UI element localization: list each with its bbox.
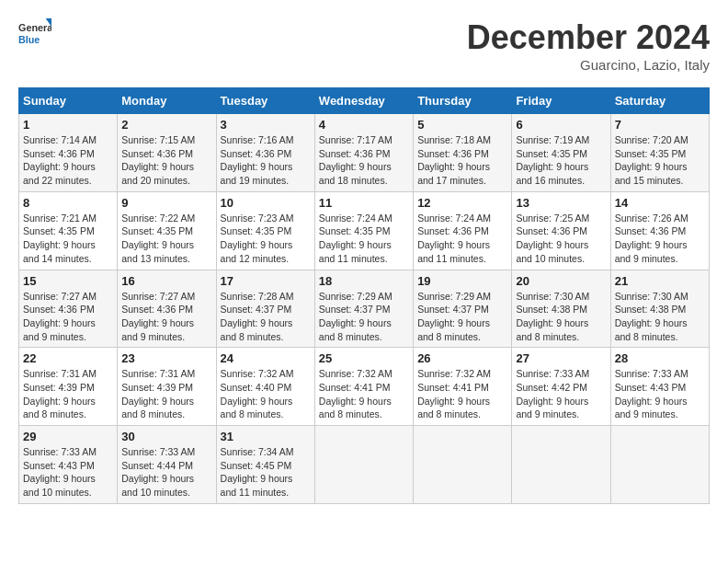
- day-info: Sunrise: 7:33 AM Sunset: 4:42 PM Dayligh…: [516, 367, 606, 421]
- sunrise-label: Sunrise: 7:18 AM: [417, 134, 491, 145]
- sunrise-label: Sunrise: 7:16 AM: [221, 134, 294, 145]
- calendar-day-cell: 29 Sunrise: 7:33 AM Sunset: 4:43 PM Dayl…: [19, 426, 118, 504]
- day-info: Sunrise: 7:15 AM Sunset: 4:36 PM Dayligh…: [121, 133, 211, 188]
- calendar-day-cell: 6 Sunrise: 7:19 AM Sunset: 4:35 PM Dayli…: [512, 114, 610, 192]
- sunset-label: Sunset: 4:40 PM: [221, 382, 292, 393]
- day-info: Sunrise: 7:26 AM Sunset: 4:36 PM Dayligh…: [615, 212, 705, 266]
- calendar-week-row: 15 Sunrise: 7:27 AM Sunset: 4:36 PM Dayl…: [19, 270, 710, 348]
- sunrise-label: Sunrise: 7:31 AM: [121, 368, 195, 379]
- daylight-label: Daylight: 9 hours and 22 minutes.: [23, 161, 96, 186]
- calendar-day-cell: 22 Sunrise: 7:31 AM Sunset: 4:39 PM Dayl…: [19, 348, 118, 426]
- sunset-label: Sunset: 4:35 PM: [221, 225, 292, 236]
- daylight-label: Daylight: 9 hours and 8 minutes.: [319, 396, 392, 420]
- sunset-label: Sunset: 4:36 PM: [319, 148, 391, 159]
- day-info: Sunrise: 7:18 AM Sunset: 4:36 PM Dayligh…: [417, 133, 507, 188]
- daylight-label: Daylight: 9 hours and 8 minutes.: [121, 396, 194, 420]
- day-number: 17: [221, 274, 311, 288]
- day-number: 31: [221, 430, 311, 443]
- daylight-label: Daylight: 9 hours and 12 minutes.: [221, 239, 293, 264]
- weekday-header: Saturday: [610, 88, 709, 114]
- day-number: 15: [23, 274, 113, 288]
- day-number: 5: [417, 118, 507, 132]
- day-number: 27: [516, 351, 606, 365]
- day-info: Sunrise: 7:33 AM Sunset: 4:44 PM Dayligh…: [121, 445, 211, 500]
- day-info: Sunrise: 7:34 AM Sunset: 4:45 PM Dayligh…: [221, 445, 311, 500]
- logo: General Blue General Blue: [18, 18, 51, 52]
- sunrise-label: Sunrise: 7:30 AM: [516, 291, 589, 302]
- daylight-label: Daylight: 9 hours and 9 minutes.: [516, 396, 588, 420]
- sunset-label: Sunset: 4:36 PM: [23, 148, 95, 159]
- day-info: Sunrise: 7:17 AM Sunset: 4:36 PM Dayligh…: [319, 133, 409, 188]
- sunrise-label: Sunrise: 7:24 AM: [319, 213, 392, 224]
- day-number: 21: [615, 274, 705, 288]
- sunrise-label: Sunrise: 7:32 AM: [221, 368, 294, 379]
- sunset-label: Sunset: 4:38 PM: [615, 304, 687, 315]
- month-title: December 2024: [467, 18, 710, 57]
- sunset-label: Sunset: 4:36 PM: [417, 225, 489, 236]
- calendar-day-cell: 5 Sunrise: 7:18 AM Sunset: 4:36 PM Dayli…: [414, 114, 512, 192]
- day-info: Sunrise: 7:30 AM Sunset: 4:38 PM Dayligh…: [516, 290, 606, 344]
- svg-text:Blue: Blue: [18, 34, 40, 45]
- day-info: Sunrise: 7:27 AM Sunset: 4:36 PM Dayligh…: [121, 290, 211, 344]
- day-info: Sunrise: 7:29 AM Sunset: 4:37 PM Dayligh…: [319, 290, 409, 344]
- calendar-day-cell: 14 Sunrise: 7:26 AM Sunset: 4:36 PM Dayl…: [610, 191, 709, 270]
- sunrise-label: Sunrise: 7:33 AM: [121, 446, 195, 457]
- day-number: 12: [417, 196, 507, 210]
- sunset-label: Sunset: 4:35 PM: [23, 225, 95, 236]
- daylight-label: Daylight: 9 hours and 8 minutes.: [23, 396, 96, 420]
- daylight-label: Daylight: 9 hours and 15 minutes.: [615, 161, 688, 186]
- page-header: General Blue General Blue December 2024 …: [18, 18, 710, 73]
- calendar-day-cell: 19 Sunrise: 7:29 AM Sunset: 4:37 PM Dayl…: [414, 270, 512, 348]
- sunrise-label: Sunrise: 7:22 AM: [121, 213, 195, 224]
- sunrise-label: Sunrise: 7:34 AM: [221, 446, 294, 457]
- daylight-label: Daylight: 9 hours and 13 minutes.: [121, 239, 194, 264]
- sunrise-label: Sunrise: 7:27 AM: [23, 291, 97, 302]
- day-number: 4: [319, 118, 409, 132]
- day-info: Sunrise: 7:33 AM Sunset: 4:43 PM Dayligh…: [23, 445, 113, 500]
- day-number: 8: [23, 196, 113, 210]
- sunrise-label: Sunrise: 7:14 AM: [23, 134, 97, 145]
- daylight-label: Daylight: 9 hours and 20 minutes.: [121, 161, 194, 186]
- sunrise-label: Sunrise: 7:23 AM: [221, 213, 294, 224]
- calendar-day-cell: 10 Sunrise: 7:23 AM Sunset: 4:35 PM Dayl…: [216, 191, 314, 270]
- calendar-day-cell: 31 Sunrise: 7:34 AM Sunset: 4:45 PM Dayl…: [216, 426, 314, 504]
- day-number: 14: [615, 196, 705, 210]
- day-info: Sunrise: 7:27 AM Sunset: 4:36 PM Dayligh…: [23, 290, 113, 344]
- sunset-label: Sunset: 4:35 PM: [516, 148, 587, 159]
- sunset-label: Sunset: 4:36 PM: [121, 304, 193, 315]
- calendar-day-cell: 18 Sunrise: 7:29 AM Sunset: 4:37 PM Dayl…: [314, 270, 413, 348]
- calendar-day-cell: 21 Sunrise: 7:30 AM Sunset: 4:38 PM Dayl…: [610, 270, 709, 348]
- sunset-label: Sunset: 4:41 PM: [417, 382, 489, 393]
- daylight-label: Daylight: 9 hours and 10 minutes.: [23, 473, 96, 498]
- sunrise-label: Sunrise: 7:21 AM: [23, 213, 97, 224]
- day-number: 20: [516, 274, 606, 288]
- daylight-label: Daylight: 9 hours and 11 minutes.: [319, 239, 392, 264]
- sunrise-label: Sunrise: 7:26 AM: [615, 213, 688, 224]
- calendar-day-cell: 13 Sunrise: 7:25 AM Sunset: 4:36 PM Dayl…: [512, 191, 610, 270]
- day-info: Sunrise: 7:33 AM Sunset: 4:43 PM Dayligh…: [615, 367, 705, 421]
- sunrise-label: Sunrise: 7:31 AM: [23, 368, 97, 379]
- day-info: Sunrise: 7:14 AM Sunset: 4:36 PM Dayligh…: [23, 133, 113, 188]
- sunrise-label: Sunrise: 7:28 AM: [221, 291, 294, 302]
- calendar-day-cell: 12 Sunrise: 7:24 AM Sunset: 4:36 PM Dayl…: [414, 191, 512, 270]
- daylight-label: Daylight: 9 hours and 8 minutes.: [221, 317, 293, 342]
- calendar-day-cell: 9 Sunrise: 7:22 AM Sunset: 4:35 PM Dayli…: [118, 191, 216, 270]
- sunset-label: Sunset: 4:35 PM: [319, 225, 391, 236]
- weekday-header: Sunday: [19, 88, 118, 114]
- calendar-day-cell: [610, 426, 709, 504]
- daylight-label: Daylight: 9 hours and 9 minutes.: [23, 317, 96, 342]
- sunset-label: Sunset: 4:36 PM: [516, 225, 587, 236]
- day-number: 7: [615, 118, 705, 132]
- daylight-label: Daylight: 9 hours and 17 minutes.: [417, 161, 490, 186]
- daylight-label: Daylight: 9 hours and 19 minutes.: [221, 161, 293, 186]
- day-info: Sunrise: 7:32 AM Sunset: 4:40 PM Dayligh…: [221, 367, 311, 421]
- calendar-day-cell: 11 Sunrise: 7:24 AM Sunset: 4:35 PM Dayl…: [314, 191, 413, 270]
- calendar-day-cell: 4 Sunrise: 7:17 AM Sunset: 4:36 PM Dayli…: [314, 114, 413, 192]
- day-info: Sunrise: 7:32 AM Sunset: 4:41 PM Dayligh…: [417, 367, 507, 421]
- daylight-label: Daylight: 9 hours and 10 minutes.: [121, 473, 194, 498]
- day-number: 16: [121, 274, 211, 288]
- sunset-label: Sunset: 4:36 PM: [221, 148, 292, 159]
- daylight-label: Daylight: 9 hours and 14 minutes.: [23, 239, 96, 264]
- day-number: 13: [516, 196, 606, 210]
- day-number: 9: [121, 196, 211, 210]
